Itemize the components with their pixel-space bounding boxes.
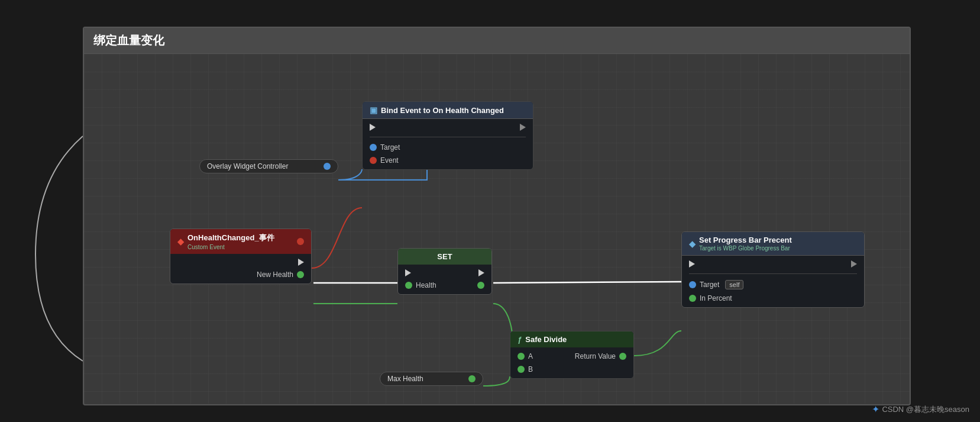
onhealth-exec-row	[177, 259, 304, 266]
node-set[interactable]: SET Health	[397, 248, 492, 295]
set-health-out-dot	[477, 282, 484, 289]
progressbar-exec-row	[689, 260, 857, 268]
onhealth-header: ◆ OnHealthChanged_事件 Custom Event	[170, 229, 311, 254]
onhealth-title-block: OnHealthChanged_事件 Custom Event	[187, 233, 274, 250]
progressbar-target-row: Target self	[689, 280, 857, 289]
set-health-label: Health	[416, 281, 436, 289]
target-pin-dot	[370, 144, 377, 151]
svg-line-1	[493, 282, 681, 283]
set-exec-in	[405, 269, 411, 276]
bind-event-header: ▣ Bind Event to On Health Changed	[363, 102, 533, 119]
node-bind-event[interactable]: ▣ Bind Event to On Health Changed Target	[362, 101, 533, 170]
safedivide-a-label: A	[528, 352, 533, 360]
progressbar-exec-in	[689, 260, 695, 268]
progressbar-header: ◆ Set Progress Bar Precent Target is WBP…	[682, 232, 864, 256]
bind-event-target-pin: Target	[370, 143, 526, 152]
node-onhealth-changed[interactable]: ◆ OnHealthChanged_事件 Custom Event New He…	[170, 228, 312, 284]
node-set-progress-bar[interactable]: ◆ Set Progress Bar Precent Target is WBP…	[681, 231, 865, 308]
newhealth-pin-dot	[297, 271, 304, 278]
left-decoration	[0, 0, 86, 422]
safedivide-a-row: A Return Value	[518, 352, 626, 360]
main-container: 绑定血量变化	[0, 0, 980, 422]
blueprint-canvas[interactable]: ▣ Bind Event to On Health Changed Target	[84, 54, 910, 404]
progressbar-exec-out	[851, 260, 857, 268]
maxhealth-label: Max Health	[387, 375, 423, 383]
overlay-label: Overlay Widget Controller	[207, 162, 288, 170]
set-health-row: Health	[405, 281, 484, 289]
progressbar-target-dot	[689, 281, 696, 288]
safedivide-b-row: B	[518, 365, 626, 373]
onhealth-newhealth-label: New Health	[257, 270, 293, 279]
exec-out-icon	[520, 124, 526, 131]
panel-title-bar: 绑定血量变化	[84, 28, 910, 54]
bind-event-title: Bind Event to On Health Changed	[381, 106, 504, 115]
node-max-health[interactable]: Max Health	[380, 372, 483, 386]
onhealth-event-pin	[297, 238, 304, 245]
safedivide-body: A Return Value B	[510, 347, 633, 378]
watermark: ✦ CSDN @暮志未晚season	[872, 404, 969, 415]
onhealth-subtitle: Custom Event	[187, 244, 274, 250]
progressbar-inpercent-row: In Percent	[689, 294, 857, 302]
safedivide-title: Safe Divide	[525, 335, 567, 344]
safedivide-return-dot	[619, 353, 626, 360]
node-overlay-widget[interactable]: Overlay Widget Controller	[199, 159, 338, 173]
set-exec-out	[478, 269, 484, 276]
progressbar-subtitle: Target is WBP Globe Progress Bar	[699, 245, 792, 252]
node-safe-divide[interactable]: ƒ Safe Divide A Return Value B	[510, 331, 634, 379]
progressbar-inpercent-dot	[689, 295, 696, 302]
event-pin-dot	[370, 157, 377, 164]
onhealth-exec-out	[298, 259, 304, 266]
progressbar-title: Set Progress Bar Precent	[699, 236, 792, 244]
safedivide-header: ƒ Safe Divide	[510, 331, 633, 347]
maxhealth-body: Max Health	[380, 372, 483, 385]
bind-event-event-pin: Event	[370, 156, 526, 165]
set-header: SET	[398, 249, 491, 265]
progressbar-self-badge: self	[725, 280, 743, 289]
bind-event-event-label: Event	[380, 156, 399, 165]
panel-title: 绑定血量变化	[93, 34, 164, 47]
onhealth-title: OnHealthChanged_事件	[187, 233, 274, 243]
safedivide-a-dot	[518, 353, 525, 360]
blueprint-panel: 绑定血量变化	[83, 27, 911, 405]
set-title: SET	[437, 252, 452, 261]
set-exec-row	[405, 269, 484, 276]
safedivide-b-dot	[518, 366, 525, 373]
bind-event-exec-in	[370, 124, 526, 131]
set-body: Health	[398, 265, 491, 294]
maxhealth-pin-dot	[468, 375, 476, 382]
bind-event-target-label: Target	[380, 143, 400, 152]
safedivide-return-label: Return Value	[575, 352, 616, 360]
onhealth-body: New Health	[170, 254, 311, 284]
safedivide-b-label: B	[528, 365, 533, 373]
onhealth-newhealth-row: New Health	[177, 270, 304, 279]
progressbar-title-block: Set Progress Bar Precent Target is WBP G…	[699, 236, 792, 252]
overlay-pin-dot	[324, 163, 331, 170]
set-health-in-dot	[405, 282, 412, 289]
progressbar-target-label: Target	[700, 281, 719, 289]
bind-event-body: Target Event	[363, 119, 533, 169]
watermark-text: CSDN @暮志未晚season	[882, 404, 969, 415]
exec-in-icon	[370, 124, 376, 131]
overlay-body: Overlay Widget Controller	[200, 160, 338, 173]
progressbar-inpercent-label: In Percent	[700, 294, 732, 302]
progressbar-body: Target self In Percent	[682, 256, 864, 307]
